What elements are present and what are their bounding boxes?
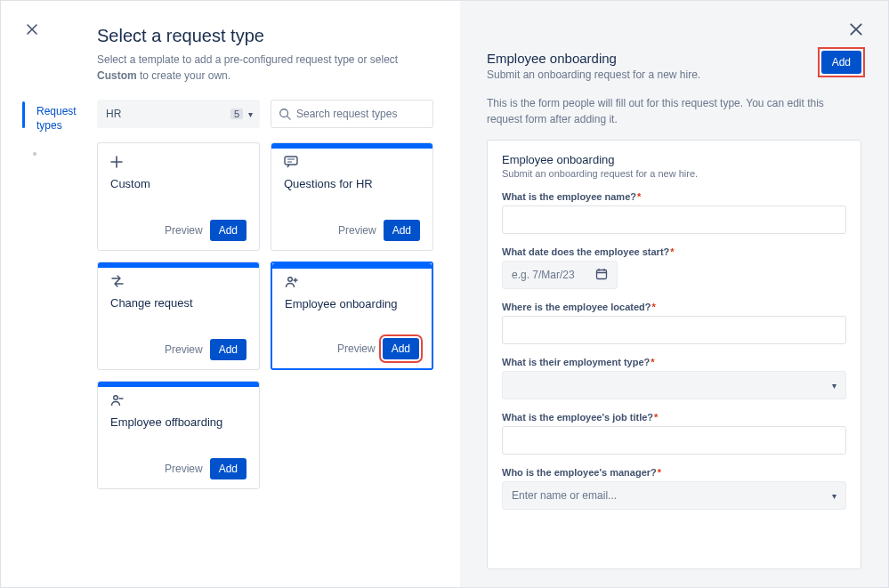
detail-title: Employee onboarding [487, 51, 700, 66]
add-button[interactable]: Add [383, 338, 419, 359]
card-title: Employee offboarding [110, 415, 246, 429]
add-button[interactable]: Add [821, 51, 861, 74]
person-plus-icon [285, 276, 419, 292]
sidebar-dot [33, 152, 36, 156]
card-title: Change request [110, 296, 246, 310]
manager-placeholder: Enter name or email... [512, 489, 617, 502]
swap-icon [110, 275, 246, 291]
preview-button[interactable]: Preview [337, 342, 376, 355]
svg-rect-4 [597, 270, 607, 278]
field-label-job-title: What is the employee's job title?* [502, 412, 846, 423]
category-select-value: HR [106, 108, 121, 120]
sidebar-item-request-types[interactable]: Request types [28, 103, 97, 134]
preview-button[interactable]: Preview [165, 463, 203, 475]
field-label-start-date: What date does the employee start?* [502, 246, 846, 257]
date-placeholder: e.g. 7/Mar/23 [512, 269, 575, 281]
page-subtitle: Select a template to add a pre-configure… [97, 52, 433, 84]
job-title-input[interactable] [502, 426, 846, 455]
card-title: Employee onboarding [285, 297, 419, 310]
field-label-employment-type: What is their employment type?* [502, 357, 846, 367]
form-title: Employee onboarding [502, 153, 846, 166]
category-select[interactable]: HR 5 ▾ [97, 100, 260, 128]
manager-select[interactable]: Enter name or email... ▾ [502, 481, 846, 510]
add-button[interactable]: Add [210, 220, 246, 241]
employee-name-input[interactable] [502, 205, 846, 234]
card-questions-for-hr[interactable]: Questions for HR Preview Add [271, 142, 433, 251]
person-minus-icon [110, 394, 246, 410]
search-placeholder: Search request types [296, 108, 397, 120]
preview-button[interactable]: Preview [165, 343, 203, 356]
detail-subtitle: Submit an onboarding request for a new h… [487, 68, 700, 81]
field-label-location: Where is the employee located?* [502, 302, 846, 312]
page-title: Select a request type [97, 26, 433, 46]
card-employee-onboarding[interactable]: Employee onboarding Preview Add [271, 262, 433, 370]
field-label-name: What is the employee name?* [502, 191, 846, 202]
add-button[interactable]: Add [210, 458, 246, 479]
svg-rect-1 [285, 157, 297, 165]
search-input[interactable]: Search request types [271, 100, 433, 128]
employment-type-select[interactable]: ▾ [502, 371, 846, 399]
card-change-request[interactable]: Change request Preview Add [97, 262, 260, 370]
chevron-down-icon: ▾ [832, 381, 836, 391]
field-label-manager: Who is the employee's manager?* [502, 467, 846, 478]
chevron-down-icon: ▾ [248, 109, 253, 119]
add-button[interactable]: Add [384, 220, 420, 241]
card-employee-offboarding[interactable]: Employee offboarding Preview Add [97, 381, 260, 489]
start-date-input[interactable]: e.g. 7/Mar/23 [502, 261, 618, 289]
preview-button[interactable]: Preview [165, 224, 203, 237]
card-title: Questions for HR [284, 177, 420, 190]
location-input[interactable] [502, 316, 846, 344]
card-custom[interactable]: Custom Preview Add [97, 142, 260, 251]
search-icon [279, 108, 291, 120]
calendar-icon [595, 268, 608, 283]
category-count-badge: 5 [230, 109, 243, 119]
close-icon[interactable] [26, 22, 38, 38]
form-preview: Employee onboarding Submit an onboarding… [487, 140, 861, 569]
plus-icon [110, 156, 246, 172]
close-icon[interactable] [849, 22, 863, 39]
add-button[interactable]: Add [210, 339, 246, 360]
detail-description: This is the form people will fill out fo… [487, 95, 861, 127]
chevron-down-icon: ▾ [832, 491, 836, 501]
svg-point-2 [288, 278, 293, 282]
form-subtitle: Submit an onboarding request for a new h… [502, 168, 846, 179]
preview-button[interactable]: Preview [338, 224, 376, 237]
svg-point-3 [114, 396, 118, 400]
card-title: Custom [110, 177, 246, 190]
chat-icon [284, 156, 420, 172]
